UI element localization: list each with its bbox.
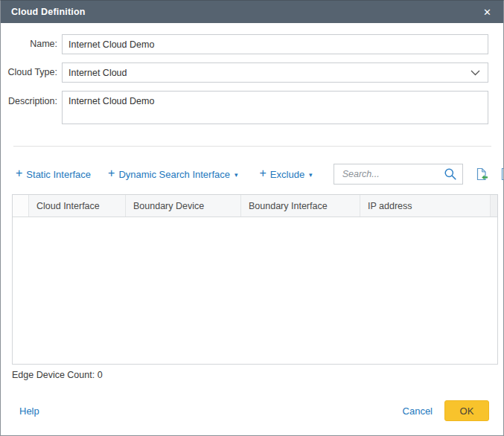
exclude-label: Exclude xyxy=(270,169,304,180)
exclude-button[interactable]: + Exclude ▾ xyxy=(260,168,313,180)
description-label: Description: xyxy=(1,91,62,127)
dialog-footer: Help Cancel OK xyxy=(1,400,503,435)
table-body-empty xyxy=(13,217,497,364)
description-row: Description: Internet Cloud Demo xyxy=(1,91,503,127)
column-header-ip-address[interactable]: IP address xyxy=(360,195,491,217)
help-link[interactable]: Help xyxy=(19,405,39,417)
caret-down-icon: ▾ xyxy=(235,171,238,179)
cloud-type-value: Internet Cloud xyxy=(68,68,127,78)
header-filler xyxy=(491,195,497,217)
name-label: Name: xyxy=(1,34,62,54)
cloud-type-label: Cloud Type: xyxy=(1,62,62,83)
static-interface-button[interactable]: + Static Interface xyxy=(16,168,91,180)
column-header-boundary-device[interactable]: Boundary Device xyxy=(126,195,241,217)
dynamic-search-interface-button[interactable]: + Dynamic Search Interface ▾ xyxy=(108,168,237,180)
cloud-type-row: Cloud Type: Internet Cloud xyxy=(1,62,503,83)
edge-device-count-label: Edge Device Count: xyxy=(12,370,95,380)
interface-toolbar: + Static Interface + Dynamic Search Inte… xyxy=(16,164,491,185)
cloud-form: Name: Cloud Type: Internet Cloud Descrip… xyxy=(1,23,503,135)
static-interface-label: Static Interface xyxy=(26,169,91,180)
caret-down-icon: ▾ xyxy=(309,171,313,179)
close-icon[interactable]: ✕ xyxy=(482,6,493,19)
name-row: Name: xyxy=(1,34,503,54)
name-input[interactable] xyxy=(62,34,488,54)
column-header-cloud-interface[interactable]: Cloud Interface xyxy=(29,195,126,217)
ok-button[interactable]: OK xyxy=(444,400,489,421)
export-document-icon[interactable] xyxy=(500,167,504,181)
plus-icon: + xyxy=(260,167,267,179)
section-divider xyxy=(13,146,491,147)
description-textarea[interactable]: Internet Cloud Demo xyxy=(62,91,488,124)
cloud-definition-dialog: Cloud Definition ✕ Name: Cloud Type: Int… xyxy=(0,0,504,436)
search-input[interactable] xyxy=(341,168,444,180)
dynamic-search-interface-label: Dynamic Search Interface xyxy=(118,169,230,180)
column-header-boundary-interface[interactable]: Boundary Interface xyxy=(241,195,360,217)
search-box xyxy=(334,164,463,185)
search-icon[interactable] xyxy=(444,167,457,181)
dialog-title: Cloud Definition xyxy=(11,7,482,17)
cloud-type-select[interactable]: Internet Cloud xyxy=(62,62,488,83)
table-header: Cloud Interface Boundary Device Boundary… xyxy=(13,195,497,217)
plus-icon: + xyxy=(16,167,22,179)
dialog-titlebar: Cloud Definition ✕ xyxy=(1,1,503,23)
row-selector-column-header xyxy=(13,195,29,217)
interfaces-table: Cloud Interface Boundary Device Boundary… xyxy=(12,194,498,365)
plus-icon: + xyxy=(108,167,115,179)
chevron-down-icon xyxy=(470,68,480,78)
import-document-icon[interactable] xyxy=(475,167,488,181)
cancel-button[interactable]: Cancel xyxy=(403,405,433,417)
edge-device-count-value: 0 xyxy=(98,370,103,380)
edge-device-count: Edge Device Count: 0 xyxy=(12,370,492,380)
